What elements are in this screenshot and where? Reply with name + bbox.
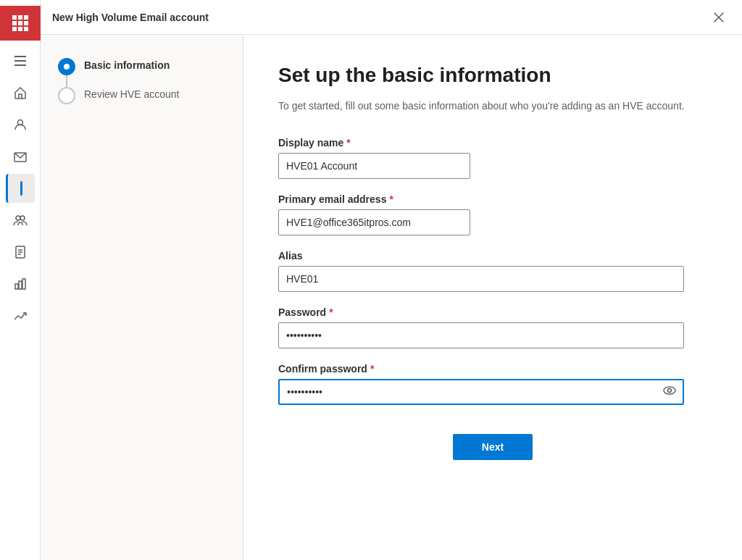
svg-rect-7 <box>22 279 25 289</box>
step-review-hve: Review HVE account <box>58 87 225 104</box>
active-indicator <box>20 181 22 196</box>
svg-point-9 <box>668 389 672 393</box>
svg-point-2 <box>16 216 20 220</box>
svg-rect-5 <box>15 284 18 289</box>
alias-label: Alias <box>278 250 707 262</box>
display-name-label: Display name * <box>278 137 707 149</box>
alias-group: Alias <box>278 250 707 292</box>
sidebar <box>0 0 41 560</box>
home-icon <box>13 85 28 100</box>
chart-icon <box>13 277 28 291</box>
confirm-password-required: * <box>370 363 374 375</box>
sidebar-active[interactable] <box>6 174 35 203</box>
close-button[interactable] <box>707 6 730 29</box>
form-description: To get started, fill out some basic info… <box>278 99 707 114</box>
trend-icon <box>13 309 28 323</box>
sidebar-hamburger[interactable] <box>6 46 35 75</box>
steps-panel: Basic information Review HVE account <box>41 35 243 560</box>
primary-email-required: * <box>389 193 393 205</box>
body-area: Basic information Review HVE account Set… <box>41 35 742 560</box>
app-launcher[interactable] <box>0 6 41 41</box>
step-label-basic-info: Basic information <box>84 58 170 71</box>
password-group: Password * <box>278 306 707 348</box>
password-label: Password * <box>278 306 707 318</box>
hamburger-icon <box>14 56 26 66</box>
form-panel: Set up the basic information To get star… <box>243 35 742 560</box>
eye-icon-svg <box>662 383 677 398</box>
sidebar-home[interactable] <box>6 78 35 107</box>
svg-point-3 <box>20 216 25 220</box>
confirm-password-input[interactable] <box>278 379 684 405</box>
sidebar-trend[interactable] <box>6 301 35 330</box>
close-icon <box>713 12 725 23</box>
alias-input[interactable] <box>278 266 684 292</box>
step-circle-inactive <box>58 87 75 104</box>
form-title: Set up the basic information <box>278 64 707 87</box>
user-icon <box>13 117 28 132</box>
main-content: New High Volume Email account Basic info… <box>41 0 742 560</box>
sidebar-chart[interactable] <box>6 269 35 298</box>
password-wrapper <box>278 322 684 348</box>
step-circle-inner <box>64 64 70 70</box>
display-name-input[interactable] <box>278 153 470 179</box>
sidebar-group[interactable] <box>6 206 35 235</box>
sidebar-mail[interactable] <box>6 142 35 171</box>
primary-email-group: Primary email address * <box>278 193 707 235</box>
display-name-required: * <box>346 137 350 149</box>
password-required: * <box>329 306 333 318</box>
sidebar-user[interactable] <box>6 110 35 139</box>
confirm-password-group: Confirm password * <box>278 363 707 405</box>
confirm-password-label: Confirm password * <box>278 363 707 375</box>
password-toggle-icon[interactable] <box>662 383 677 401</box>
group-icon <box>13 213 28 227</box>
svg-rect-6 <box>19 281 22 289</box>
password-input[interactable] <box>278 322 684 348</box>
step-circle-active <box>58 58 75 75</box>
confirm-password-wrapper <box>278 379 684 405</box>
display-name-group: Display name * <box>278 137 707 179</box>
sidebar-report[interactable] <box>6 238 35 267</box>
report-icon <box>13 245 28 259</box>
primary-email-label: Primary email address * <box>278 193 707 205</box>
mail-icon <box>13 149 28 164</box>
primary-email-input[interactable] <box>278 209 470 235</box>
dialog-title: New High Volume Email account <box>52 12 209 23</box>
waffle-icon <box>12 15 28 31</box>
step-label-review-hve: Review HVE account <box>84 87 180 100</box>
svg-point-8 <box>664 387 675 394</box>
step-basic-info: Basic information <box>58 58 225 75</box>
title-bar: New High Volume Email account <box>41 0 742 35</box>
next-button[interactable]: Next <box>453 434 533 460</box>
form-footer: Next <box>278 419 707 460</box>
